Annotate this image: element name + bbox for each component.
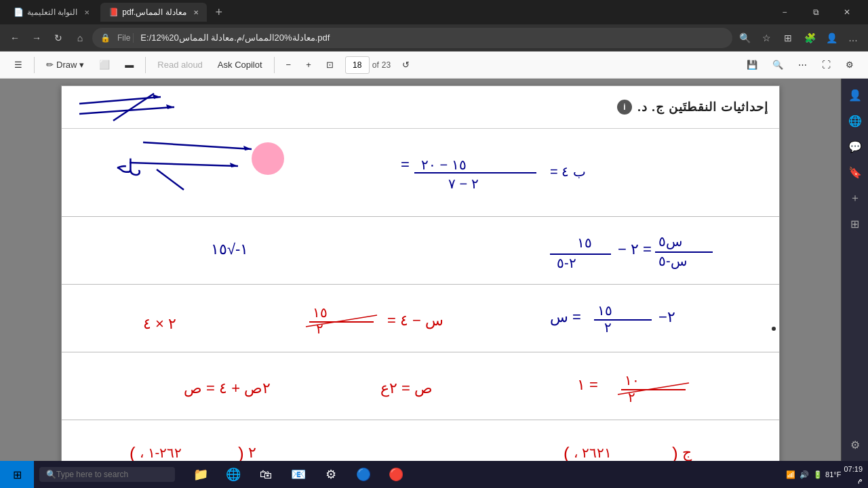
info-button[interactable]: i bbox=[617, 100, 632, 115]
more-button[interactable]: … bbox=[844, 28, 863, 47]
svg-text:ص = ٢ع: ص = ٢ع bbox=[380, 380, 433, 397]
taskbar-mail-button[interactable]: 📧 bbox=[283, 461, 313, 488]
sidebar-toggle-button[interactable]: ☰ bbox=[8, 56, 28, 73]
address-input[interactable] bbox=[140, 33, 724, 43]
svg-text:١٥ − ٢٠: ١٥ − ٢٠ bbox=[421, 157, 467, 172]
tab-2[interactable]: 📕 pdf.معادلة المماس ✕ bbox=[100, 3, 206, 22]
sidebar-toggle-icon: ☰ bbox=[14, 60, 22, 70]
taskbar-record-button[interactable]: 🔴 bbox=[381, 461, 411, 488]
system-icons: 📶 🔊 🔋 bbox=[786, 470, 823, 479]
taskbar-search-input[interactable] bbox=[56, 470, 165, 479]
pdf-row-4: ٢ص + ٤ = ص ص = ٢ع ١ = ١٠ ٢ bbox=[62, 352, 779, 420]
sidebar-bookmark-button[interactable]: 🔖 bbox=[844, 161, 866, 183]
svg-text:(: ( bbox=[564, 443, 570, 461]
pdf-row-2: ١-√١٥ ١٥ ٢-٥ − ٢ = س٥ س-٥ bbox=[62, 217, 779, 285]
rotate-button[interactable]: ↺ bbox=[396, 56, 416, 73]
collections-button[interactable]: ⊞ bbox=[778, 28, 797, 47]
svg-text:١-√١٥: ١-√١٥ bbox=[211, 241, 248, 258]
tab2-close[interactable]: ✕ bbox=[193, 9, 199, 16]
read-aloud-button[interactable]: Read aloud bbox=[151, 56, 209, 73]
tab-1[interactable]: 📄 النوابة التعليمية ✕ bbox=[5, 3, 98, 22]
tab2-label: pdf.معادلة المماس bbox=[122, 7, 186, 17]
find-button[interactable]: 🔍 bbox=[766, 56, 789, 73]
sidebar-chat-button[interactable]: 💬 bbox=[844, 136, 866, 157]
back-button[interactable]: ← bbox=[5, 28, 24, 47]
profile-button[interactable]: 👤 bbox=[822, 28, 841, 47]
sidebar-settings-button[interactable]: ⚙ bbox=[844, 434, 866, 455]
svg-line-9 bbox=[157, 169, 184, 190]
svg-text:(: ( bbox=[130, 443, 136, 461]
fullscreen-button[interactable]: ⛶ bbox=[816, 56, 837, 73]
zoom-out-icon: − bbox=[286, 60, 292, 70]
sidebar-globe-button[interactable]: 🌐 bbox=[844, 110, 866, 131]
svg-line-4 bbox=[113, 94, 154, 121]
row2-handwriting: ١-√١٥ ١٥ ٢-٥ − ٢ = س٥ س-٥ bbox=[62, 217, 779, 285]
svg-text:٢ × ٤: ٢ × ٤ bbox=[143, 315, 176, 332]
close-button[interactable]: ✕ bbox=[831, 0, 863, 24]
eraser-button[interactable]: ⬜ bbox=[93, 56, 116, 73]
svg-text:س-٥: س-٥ bbox=[658, 253, 687, 269]
taskbar-edge-button[interactable]: 🌐 bbox=[218, 461, 248, 488]
pdf-settings-button[interactable]: ⚙ bbox=[840, 56, 860, 73]
row1-handwriting: حل = ١٥ − ٢٠ ٢ − ٧ = ب ٤ bbox=[62, 129, 779, 217]
draw-icon: ✏ bbox=[46, 60, 54, 70]
search-button[interactable]: 🔍 bbox=[735, 28, 754, 47]
home-button[interactable]: ⌂ bbox=[71, 28, 90, 47]
sidebar-grid-button[interactable]: ⊞ bbox=[844, 213, 866, 235]
taskbar-app-icons: 📁 🌐 🛍 📧 ⚙ 🔵 🔴 bbox=[180, 461, 781, 488]
row4-handwriting: ٢ص + ٤ = ص ص = ٢ع ١ = ١٠ ٢ bbox=[62, 352, 779, 420]
sidebar-profile-button[interactable]: 👤 bbox=[844, 84, 866, 106]
tab1-close[interactable]: ✕ bbox=[84, 9, 90, 16]
page-navigation: of 23 bbox=[345, 56, 391, 74]
clock[interactable]: 07:19 م bbox=[844, 464, 863, 485]
zoom-in-button[interactable]: + bbox=[300, 56, 317, 73]
extensions-button[interactable]: 🧩 bbox=[800, 28, 819, 47]
sidebar-add-button[interactable]: ＋ bbox=[844, 187, 866, 209]
save-button[interactable]: 💾 bbox=[741, 56, 764, 73]
tab2-favicon: 📕 bbox=[108, 7, 118, 17]
zoom-out-button[interactable]: − bbox=[280, 56, 298, 73]
favorites-button[interactable]: ☆ bbox=[757, 28, 776, 47]
header-handwriting-left bbox=[73, 90, 208, 124]
find-icon: 🔍 bbox=[772, 60, 783, 70]
taskbar-chrome-button[interactable]: 🔵 bbox=[349, 461, 378, 488]
pdf-row-1: حل = ١٥ − ٢٠ ٢ − ٧ = ب ٤ bbox=[62, 129, 779, 217]
highlight-icon: ▬ bbox=[125, 60, 134, 70]
refresh-button[interactable]: ↻ bbox=[49, 28, 68, 47]
taskbar-store-button[interactable]: 🛍 bbox=[251, 461, 281, 488]
forward-button[interactable]: → bbox=[27, 28, 46, 47]
taskbar-settings-button[interactable]: ⚙ bbox=[316, 461, 346, 488]
svg-text:= س − ٤: = س − ٤ bbox=[387, 312, 443, 329]
pdf-area[interactable]: i إحداثيات النقطتَين ج. د. bbox=[0, 79, 841, 461]
maximize-button[interactable]: ⧉ bbox=[800, 0, 831, 24]
browser-window: 📄 النوابة التعليمية ✕ 📕 pdf.معادلة المما… bbox=[0, 0, 868, 461]
eraser-icon: ⬜ bbox=[99, 60, 110, 70]
draw-button[interactable]: ✏ Draw ▾ bbox=[40, 56, 90, 73]
toolbar-more-button[interactable]: ⋯ bbox=[792, 56, 813, 73]
taskbar-search[interactable]: 🔍 bbox=[39, 467, 175, 482]
ask-copilot-button[interactable]: Ask Copilot bbox=[212, 56, 269, 73]
window-controls: − ⧉ ✕ bbox=[769, 0, 863, 24]
svg-text:، ٢٦٢١: ، ٢٦٢١ bbox=[574, 445, 612, 460]
svg-text:١٥: ١٥ bbox=[313, 305, 328, 320]
save-icon: 💾 bbox=[747, 60, 757, 70]
svg-point-35 bbox=[772, 327, 776, 331]
start-button[interactable]: ⊞ bbox=[0, 461, 34, 488]
row5-handwriting: ( ، ٢٦٢-١ ) ٢ ( ، ٢٦٢١ ) ج bbox=[62, 420, 779, 461]
svg-marker-1 bbox=[153, 94, 161, 99]
svg-marker-3 bbox=[166, 104, 174, 109]
svg-text:٢: ٢ bbox=[628, 390, 635, 405]
pdf-row-5: ( ، ٢٦٢-١ ) ٢ ( ، ٢٦٢١ ) ج bbox=[62, 420, 779, 461]
fit-page-button[interactable]: ⊡ bbox=[320, 56, 340, 73]
svg-text:٢ − ٧: ٢ − ٧ bbox=[448, 176, 479, 191]
start-icon: ⊞ bbox=[13, 468, 22, 481]
address-bar[interactable]: 🔒 File bbox=[92, 28, 732, 48]
highlight-button[interactable]: ▬ bbox=[119, 56, 140, 73]
svg-text:− ٢ =: − ٢ = bbox=[618, 241, 652, 258]
new-tab-button[interactable]: + bbox=[210, 3, 229, 22]
minimize-button[interactable]: − bbox=[769, 0, 800, 24]
svg-line-5 bbox=[143, 142, 252, 149]
toolbar-separator-1 bbox=[34, 57, 35, 73]
current-page-input[interactable] bbox=[345, 56, 370, 74]
taskbar-explorer-button[interactable]: 📁 bbox=[186, 461, 216, 488]
